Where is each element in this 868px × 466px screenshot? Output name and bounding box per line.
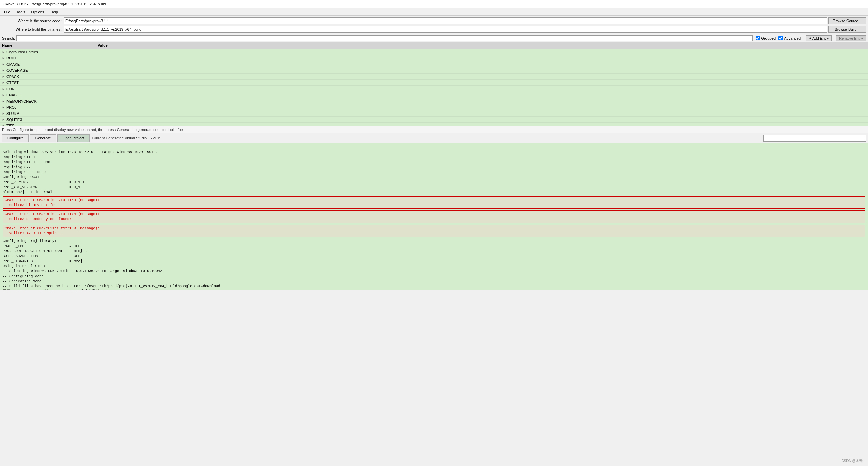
table-row[interactable]: ► SLURM bbox=[0, 110, 868, 117]
title-bar: CMake 3.18.2 - E:/osgEarth/proj/proj-8.1… bbox=[0, 0, 868, 8]
row-name: CURL bbox=[6, 87, 17, 91]
expand-icon[interactable]: ► bbox=[2, 69, 5, 72]
log-line: -- Generating done bbox=[3, 279, 865, 284]
table-row[interactable]: ► COVERAGE bbox=[0, 67, 868, 74]
browse-build-button[interactable]: Browse Build... bbox=[828, 26, 866, 33]
table-row[interactable]: ► SQLITE3 bbox=[0, 117, 868, 123]
log-line: BUILD_SHARED_LIBS = OFF bbox=[3, 254, 865, 259]
search-row: Search: Grouped Advanced + Add Entry Rem… bbox=[0, 35, 868, 42]
log-area: Selecting Windows SDK version 10.0.18362… bbox=[0, 143, 868, 290]
open-project-button[interactable]: Open Project bbox=[57, 134, 90, 142]
status-bar: Press Configure to update and display ne… bbox=[0, 126, 868, 133]
table-header: Name Value bbox=[0, 42, 868, 49]
log-line: ENABLE_IPO = OFF bbox=[3, 244, 865, 249]
log-line: Configuring PROJ: bbox=[3, 175, 865, 180]
expand-icon[interactable]: ► bbox=[2, 124, 5, 126]
search-label: Search: bbox=[2, 36, 15, 40]
status-text: Press Configure to update and display ne… bbox=[2, 128, 185, 132]
generator-label: Current Generator: Visual Studio 16 2019 bbox=[92, 136, 161, 140]
expand-icon[interactable]: ► bbox=[2, 87, 5, 91]
log-line: Selecting Windows SDK version 10.0.18362… bbox=[3, 150, 865, 155]
log-line: Requiring C99 - done bbox=[3, 170, 865, 175]
table-row[interactable]: ► BUILD bbox=[0, 55, 868, 61]
grouped-label: Grouped bbox=[761, 36, 776, 40]
row-name: CTEST bbox=[6, 81, 19, 85]
title-text: CMake 3.18.2 - E:/osgEarth/proj/proj-8.1… bbox=[3, 2, 106, 6]
log-search-input[interactable] bbox=[763, 135, 866, 142]
table-row[interactable]: ► MEMORYCHECK bbox=[0, 98, 868, 104]
row-name: ENABLE bbox=[6, 93, 21, 97]
browse-source-button[interactable]: Browse Source... bbox=[828, 17, 866, 24]
row-name: MEMORYCHECK bbox=[6, 99, 37, 103]
build-input[interactable] bbox=[64, 26, 827, 33]
table-row[interactable]: ► CPACK bbox=[0, 74, 868, 80]
build-label: Where to build the binaries: bbox=[2, 27, 64, 31]
menu-bar: File Tools Options Help bbox=[0, 8, 868, 16]
log-line: Requiring C++11 - done bbox=[3, 160, 865, 165]
build-row: Where to build the binaries: Browse Buil… bbox=[2, 26, 866, 33]
log-line: Using internal GTest bbox=[3, 264, 865, 269]
advanced-check-label[interactable]: Advanced bbox=[778, 36, 801, 40]
advanced-checkbox[interactable] bbox=[778, 36, 783, 40]
add-entry-button[interactable]: + Add Entry bbox=[806, 35, 832, 41]
source-input[interactable] bbox=[64, 17, 827, 24]
row-name: TIFF bbox=[6, 124, 14, 126]
expand-icon[interactable]: ► bbox=[2, 63, 5, 66]
configure-button[interactable]: Configure bbox=[2, 134, 29, 142]
expand-icon[interactable]: ► bbox=[2, 118, 5, 121]
expand-icon[interactable]: ► bbox=[2, 99, 5, 103]
config-table: ► Ungrouped Entries ► BUILD ► CMAKE ► CO… bbox=[0, 49, 868, 126]
expand-icon[interactable]: ► bbox=[2, 75, 5, 78]
menu-options[interactable]: Options bbox=[28, 9, 47, 15]
grouped-check-label[interactable]: Grouped bbox=[756, 36, 776, 40]
form-area: Where is the source code: Browse Source.… bbox=[0, 16, 868, 35]
search-input[interactable] bbox=[16, 35, 753, 41]
row-name: CMAKE bbox=[6, 62, 20, 66]
row-name: Ungrouped Entries bbox=[6, 50, 38, 54]
menu-file[interactable]: File bbox=[1, 9, 13, 15]
search-options: Grouped Advanced + Add Entry Remove Entr… bbox=[756, 35, 866, 41]
table-row[interactable]: ► CURL bbox=[0, 86, 868, 92]
log-line: Requiring C99 bbox=[3, 165, 865, 170]
table-row[interactable]: ► CMAKE bbox=[0, 61, 868, 67]
source-label: Where is the source code: bbox=[2, 19, 64, 23]
error-block: CMake Error at CMakeLists.txt:180 (messa… bbox=[3, 225, 865, 237]
row-name: BUILD bbox=[6, 56, 17, 60]
log-line: 用于 .NET Framework 的 Microsoft (R) 生成引擎版本… bbox=[3, 289, 865, 290]
expand-icon[interactable]: ► bbox=[2, 50, 5, 54]
row-name: SQLITE3 bbox=[6, 118, 22, 122]
table-row[interactable]: ► ENABLE bbox=[0, 92, 868, 98]
source-row: Where is the source code: Browse Source.… bbox=[2, 17, 866, 25]
log-line: PROJ_LIBRARIES = proj bbox=[3, 259, 865, 264]
row-name: PROJ bbox=[6, 105, 16, 109]
row-name: COVERAGE bbox=[6, 68, 28, 72]
log-line: -- Selecting Windows SDK version 10.0.18… bbox=[3, 269, 865, 274]
menu-help[interactable]: Help bbox=[48, 9, 61, 15]
table-row[interactable]: ► TIFF bbox=[0, 123, 868, 126]
log-line: Configuring proj library: bbox=[3, 239, 865, 244]
remove-entry-button[interactable]: Remove Entry bbox=[836, 35, 866, 41]
log-line: PROJ_ABI_VERSION = 8_1 bbox=[3, 185, 865, 190]
log-line: PROJ_VERSION = 8.1.1 bbox=[3, 180, 865, 185]
expand-icon[interactable]: ► bbox=[2, 81, 5, 84]
log-line: -- Configuring done bbox=[3, 274, 865, 279]
menu-tools[interactable]: Tools bbox=[14, 9, 28, 15]
advanced-label: Advanced bbox=[784, 36, 801, 40]
value-column-header: Value bbox=[98, 43, 866, 48]
table-row[interactable]: ► Ungrouped Entries bbox=[0, 49, 868, 55]
expand-icon[interactable]: ► bbox=[2, 93, 5, 97]
expand-icon[interactable]: ► bbox=[2, 56, 5, 60]
grouped-checkbox[interactable] bbox=[756, 36, 760, 40]
table-row[interactable]: ► PROJ bbox=[0, 104, 868, 110]
log-line: nlohmann/json: internal bbox=[3, 190, 865, 195]
generate-button[interactable]: Generate bbox=[30, 134, 56, 142]
table-row[interactable]: ► CTEST bbox=[0, 80, 868, 86]
row-name: CPACK bbox=[6, 75, 19, 79]
watermark: CSDN @水无... bbox=[841, 458, 865, 463]
expand-icon[interactable]: ► bbox=[2, 112, 5, 115]
row-name: SLURM bbox=[6, 111, 20, 116]
log-line: Requiring C++11 bbox=[3, 155, 865, 160]
expand-icon[interactable]: ► bbox=[2, 106, 5, 109]
error-block: CMake Error at CMakeLists.txt:169 (messa… bbox=[3, 196, 865, 209]
error-block: CMake Error at CMakeLists.txt:174 (messa… bbox=[3, 210, 865, 223]
